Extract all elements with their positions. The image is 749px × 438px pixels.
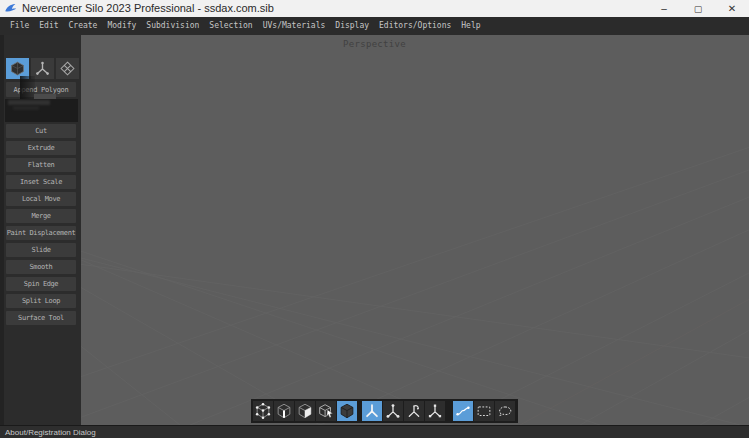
tab-vertex-tools[interactable] xyxy=(31,58,54,79)
select-vertices-icon[interactable] xyxy=(253,401,273,421)
viewport-3d[interactable]: Perspective xyxy=(0,35,749,425)
panel-edge-strip xyxy=(0,35,4,425)
tool-tab-row xyxy=(6,58,79,79)
window-controls: – ▢ ✕ xyxy=(647,0,749,17)
inset-scale-button[interactable]: Inset Scale xyxy=(6,175,76,189)
menu-editors-options[interactable]: Editors/Options xyxy=(374,17,456,35)
viewport-label: Perspective xyxy=(0,39,749,49)
silo-window: Nevercenter Silo 2023 Professional - ssd… xyxy=(0,0,749,438)
flatten-button[interactable]: Flatten xyxy=(6,158,76,172)
maximize-button[interactable]: ▢ xyxy=(681,0,715,17)
tripod-icon xyxy=(34,60,51,77)
close-button[interactable]: ✕ xyxy=(715,0,749,17)
selection-mode-toolbar xyxy=(251,399,518,423)
left-tool-panel: Append Polygon Cut Extrude Flatten Inset… xyxy=(0,35,81,425)
window-title: Nevercenter Silo 2023 Professional - ssd… xyxy=(22,0,274,17)
menubar: File Edit Create Modify Subdivision Sele… xyxy=(0,17,749,35)
append-polygon-label: Append Polygon xyxy=(14,86,69,94)
menu-file[interactable]: File xyxy=(5,17,34,35)
select-multi-icon[interactable] xyxy=(337,401,357,421)
select-faces-icon[interactable] xyxy=(295,401,315,421)
paint-displacement-button[interactable]: Paint Displacement xyxy=(6,226,76,240)
minimize-button[interactable]: – xyxy=(647,0,681,17)
smooth-button[interactable]: Smooth xyxy=(6,260,76,274)
spin-edge-button[interactable]: Spin Edge xyxy=(6,277,76,291)
select-edges-icon[interactable] xyxy=(274,401,294,421)
select-objects-icon[interactable] xyxy=(316,401,336,421)
cut-button[interactable]: Cut xyxy=(6,124,76,138)
menu-selection[interactable]: Selection xyxy=(204,17,257,35)
polyhedron-icon xyxy=(9,60,26,77)
menu-subdivision[interactable]: Subdivision xyxy=(141,17,204,35)
slide-button[interactable]: Slide xyxy=(6,243,76,257)
extrude-button[interactable]: Extrude xyxy=(6,141,76,155)
unrendered-panel-artifact xyxy=(5,99,78,122)
titlebar[interactable]: Nevercenter Silo 2023 Professional - ssd… xyxy=(0,0,749,17)
menu-edit[interactable]: Edit xyxy=(34,17,63,35)
rotate-tool-icon[interactable] xyxy=(404,401,424,421)
menu-uvs-materials[interactable]: UVs/Materials xyxy=(258,17,331,35)
local-move-button[interactable]: Local Move xyxy=(6,192,76,206)
status-message: About/Registration Dialog xyxy=(5,428,96,437)
silo-logo-icon xyxy=(4,2,17,15)
append-polygon-button[interactable]: Append Polygon xyxy=(6,82,76,97)
scale-tool-icon[interactable] xyxy=(425,401,445,421)
lasso-select-icon[interactable] xyxy=(495,401,515,421)
marquee-select-icon[interactable] xyxy=(474,401,494,421)
merge-button[interactable]: Merge xyxy=(6,209,76,223)
move-tool-icon[interactable] xyxy=(383,401,403,421)
menu-display[interactable]: Display xyxy=(330,17,374,35)
statusbar: About/Registration Dialog xyxy=(0,425,749,438)
surface-tool-button[interactable]: Surface Tool xyxy=(6,311,76,325)
menu-create[interactable]: Create xyxy=(64,17,103,35)
menu-help[interactable]: Help xyxy=(456,17,485,35)
modify-tool-list: Cut Extrude Flatten Inset Scale Local Mo… xyxy=(6,124,76,328)
manipulator-tool-icon[interactable] xyxy=(362,401,382,421)
perspective-grid xyxy=(0,35,749,425)
tab-polygon-tools[interactable] xyxy=(6,58,29,79)
split-loop-button[interactable]: Split Loop xyxy=(6,294,76,308)
tweak-curve-icon[interactable] xyxy=(453,401,473,421)
menu-modify[interactable]: Modify xyxy=(102,17,141,35)
diamonds-icon xyxy=(59,60,76,77)
tab-subdivision-tools[interactable] xyxy=(56,58,79,79)
